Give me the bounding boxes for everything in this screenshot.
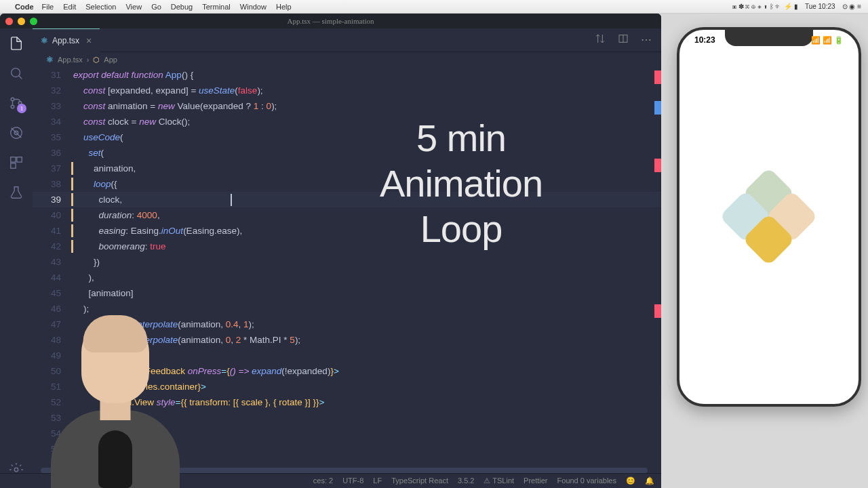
menubar-right: ▣ ✽ ⌘ ⊕ ◈ ⬆ ᛒ ᯤ ⚡ ▮ Tue 10:23 ⊙ ◉ ≡: [732, 3, 861, 10]
svg-rect-7: [17, 157, 22, 162]
split-editor-icon[interactable]: [618, 33, 629, 47]
activity-bar: 1: [0, 28, 33, 488]
menu-view[interactable]: View: [125, 3, 142, 11]
close-button[interactable]: [5, 18, 13, 25]
tab-actions: ⋯: [595, 33, 661, 47]
menubar-clock[interactable]: Tue 10:23: [805, 3, 835, 10]
tab-close-icon[interactable]: ×: [86, 35, 92, 46]
menu-selection[interactable]: Selection: [85, 3, 116, 11]
status-bell-icon[interactable]: 🔔: [645, 476, 654, 485]
status-variables[interactable]: Found 0 variables: [557, 476, 616, 485]
status-language[interactable]: TypeScript React: [391, 476, 448, 485]
svg-rect-8: [11, 163, 16, 168]
phone-time: 10:23: [694, 35, 715, 45]
phone-status-icons: 📶 📶 🔋: [811, 35, 844, 45]
presenter-webcam: [51, 305, 180, 488]
status-feedback-icon[interactable]: 😊: [626, 476, 635, 485]
scm-badge: 1: [17, 104, 26, 113]
svg-point-9: [14, 468, 18, 472]
menu-go[interactable]: Go: [151, 3, 161, 11]
overview-ruler[interactable]: [653, 67, 661, 488]
tab-label: App.tsx: [52, 36, 79, 45]
menu-window[interactable]: Window: [240, 3, 267, 11]
debug-icon[interactable]: [8, 125, 24, 141]
status-tslint[interactable]: ⚠ TSLint: [484, 476, 514, 485]
traffic-lights: [5, 18, 37, 25]
compare-icon[interactable]: [595, 33, 606, 47]
svg-point-1: [11, 98, 14, 101]
status-eol[interactable]: LF: [373, 476, 382, 485]
microphone: [98, 430, 132, 488]
extensions-icon[interactable]: [8, 155, 24, 171]
breadcrumb[interactable]: ⚛ App.tsx › ⬡ App: [33, 52, 661, 67]
react-file-icon: ⚛: [41, 36, 48, 45]
phone-status-bar: 10:23 📶 📶 🔋: [679, 35, 859, 45]
test-icon[interactable]: [8, 184, 24, 201]
zoom-button[interactable]: [30, 18, 37, 25]
status-encoding[interactable]: UTF-8: [342, 476, 363, 485]
tab-app-tsx[interactable]: ⚛ App.tsx ×: [33, 28, 100, 52]
source-control-icon[interactable]: 1: [8, 95, 24, 111]
macos-menubar: Code File Edit Selection View Go Debug T…: [0, 0, 868, 14]
menubar-status-icons[interactable]: ▣ ✽ ⌘ ⊕ ◈ ⬆ ᛒ ᯤ ⚡ ▮: [732, 3, 798, 10]
search-icon[interactable]: [8, 65, 24, 81]
menu-help[interactable]: Help: [276, 3, 292, 11]
window-title: App.tsx — simple-animation: [287, 17, 374, 25]
video-title-overlay: 5 min Animation Loop: [380, 115, 542, 252]
text-cursor: [231, 194, 232, 206]
menu-terminal[interactable]: Terminal: [202, 3, 231, 11]
iphone-simulator[interactable]: 10:23 📶 📶 🔋: [677, 27, 861, 407]
explorer-icon[interactable]: [8, 35, 24, 52]
more-actions-icon[interactable]: ⋯: [641, 33, 652, 47]
status-prettier[interactable]: Prettier: [524, 476, 547, 485]
react-file-icon: ⚛: [46, 55, 54, 64]
tab-bar: ⚛ App.tsx × ⋯: [33, 28, 661, 52]
menu-file[interactable]: File: [42, 3, 54, 11]
status-ts-version[interactable]: 3.5.2: [458, 476, 474, 485]
app-name[interactable]: Code: [15, 3, 34, 11]
minimize-button[interactable]: [18, 18, 25, 25]
svg-point-0: [12, 68, 20, 77]
svg-point-2: [11, 105, 14, 108]
menu-debug[interactable]: Debug: [171, 3, 193, 11]
menubar-extra-icons[interactable]: ⊙ ◉ ≡: [842, 3, 861, 10]
window-titlebar[interactable]: App.tsx — simple-animation: [0, 14, 661, 28]
app-logo[interactable]: [722, 169, 816, 264]
menu-edit[interactable]: Edit: [63, 3, 76, 11]
svg-rect-6: [11, 157, 16, 162]
status-spaces[interactable]: ces: 2: [313, 476, 333, 485]
